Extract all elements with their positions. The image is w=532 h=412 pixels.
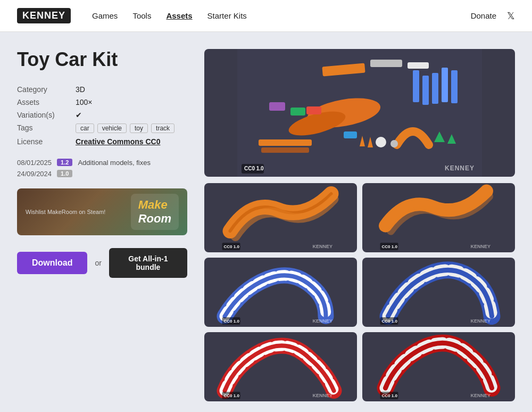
nav-right: Donate 𝕏: [471, 10, 515, 22]
button-row: Download or Get All-in-1 bundle: [17, 248, 187, 278]
promo-logo: MakeRoom: [131, 194, 179, 230]
tag-track[interactable]: track: [151, 123, 174, 133]
nav-links: Games Tools Assets Starter Kits: [92, 11, 471, 20]
svg-text:CC0 1.0: CC0 1.0: [224, 319, 240, 324]
meta-row-tags: Tags car vehicle toy track: [17, 121, 187, 135]
svg-text:KENNEY: KENNEY: [471, 393, 491, 398]
tags-container: car vehicle toy track: [76, 123, 187, 133]
category-value: 3D: [76, 83, 187, 96]
license-label: License: [17, 135, 76, 148]
svg-text:KENNEY: KENNEY: [313, 318, 333, 324]
meta-row-category: Category 3D: [17, 83, 187, 96]
svg-text:KENNEY: KENNEY: [445, 164, 475, 172]
svg-text:CC0 1.0: CC0 1.0: [224, 393, 240, 398]
svg-text:CC0 1.0: CC0 1.0: [382, 244, 398, 249]
download-button[interactable]: Download: [17, 252, 87, 274]
svg-rect-12: [290, 108, 305, 116]
license-link[interactable]: Creative Commons CC0: [76, 137, 161, 146]
tags-label: Tags: [17, 121, 76, 135]
svg-text:CC0 1.0: CC0 1.0: [382, 393, 398, 398]
meta-row-variations: Variation(s) ✔: [17, 109, 187, 121]
nav-link-assets[interactable]: Assets: [166, 11, 192, 20]
version-note-1: Additional models, fixes: [78, 159, 151, 167]
svg-rect-6: [432, 73, 438, 104]
svg-rect-5: [422, 76, 429, 105]
navigation: KENNEY Games Tools Assets Starter Kits D…: [0, 0, 532, 32]
svg-point-19: [376, 137, 386, 147]
gallery-main-image[interactable]: KENNEY CC0 1.0: [204, 49, 515, 177]
tag-car[interactable]: car: [76, 123, 94, 133]
svg-text:CC0 1.0: CC0 1.0: [224, 244, 240, 249]
version-date-1: 08/01/2025: [17, 159, 52, 167]
svg-rect-18: [261, 147, 309, 153]
meta-row-license: License Creative Commons CC0: [17, 135, 187, 148]
assets-label: Assets: [17, 96, 76, 109]
gallery-thumb-4[interactable]: KENNEY CC0 1.0: [362, 258, 515, 327]
meta-table: Category 3D Assets 100× Variation(s) ✔ T…: [17, 83, 187, 148]
bundle-button[interactable]: Get All-in-1 bundle: [109, 248, 187, 278]
tags-cell: car vehicle toy track: [76, 121, 187, 135]
svg-rect-4: [413, 70, 419, 102]
svg-text:KENNEY: KENNEY: [313, 393, 333, 398]
right-panel: KENNEY CC0 1.0 KENNEY CC0 1.0: [204, 49, 515, 401]
left-panel: Toy Car Kit Category 3D Assets 100× Vari…: [17, 49, 187, 401]
versions-list: 08/01/2025 1.2 Additional models, fixes …: [17, 159, 187, 178]
svg-rect-3: [408, 62, 429, 69]
or-text: or: [95, 259, 101, 267]
site-logo[interactable]: KENNEY: [17, 8, 71, 23]
version-row-2: 24/09/2024 1.0: [17, 170, 187, 178]
version-date-2: 24/09/2024: [17, 170, 52, 178]
svg-text:KENNEY: KENNEY: [471, 318, 491, 324]
svg-rect-17: [259, 139, 312, 146]
version-row-1: 08/01/2025 1.2 Additional models, fixes: [17, 159, 187, 167]
twitter-icon[interactable]: 𝕏: [507, 10, 515, 22]
nav-link-starter-kits[interactable]: Starter Kits: [207, 11, 247, 20]
variations-value: ✔: [76, 109, 187, 121]
gallery-thumb-3[interactable]: KENNEY CC0 1.0: [204, 258, 357, 327]
svg-rect-14: [344, 131, 357, 138]
nav-link-tools[interactable]: Tools: [132, 11, 151, 20]
meta-row-assets: Assets 100×: [17, 96, 187, 109]
version-badge-2: 1.0: [57, 170, 72, 177]
svg-point-20: [390, 140, 398, 147]
tag-toy[interactable]: toy: [130, 123, 148, 133]
svg-text:KENNEY: KENNEY: [471, 244, 491, 249]
svg-text:CC0 1.0: CC0 1.0: [244, 166, 264, 171]
main-scene-svg: KENNEY CC0 1.0: [204, 49, 515, 177]
gallery-thumb-5[interactable]: KENNEY CC0 1.0: [204, 332, 357, 401]
variations-label: Variation(s): [17, 109, 76, 121]
promo-banner[interactable]: Wishlist MakeRoom on Steam! MakeRoom: [17, 188, 187, 235]
svg-rect-11: [269, 102, 285, 111]
promo-text-area: Wishlist MakeRoom on Steam!: [26, 209, 131, 215]
license-value: Creative Commons CC0: [76, 135, 187, 148]
svg-rect-7: [442, 68, 448, 102]
nav-link-games[interactable]: Games: [92, 11, 118, 20]
version-badge-1: 1.2: [57, 159, 72, 166]
svg-rect-8: [451, 70, 458, 103]
gallery-thumb-1[interactable]: KENNEY CC0 1.0: [204, 183, 357, 252]
assets-value: 100×: [76, 96, 187, 109]
promo-small-text: Wishlist MakeRoom on Steam!: [26, 209, 131, 215]
page-title: Toy Car Kit: [17, 49, 187, 70]
svg-text:CC0 1.0: CC0 1.0: [382, 319, 398, 324]
svg-rect-2: [370, 60, 402, 67]
svg-rect-13: [306, 106, 321, 114]
gallery-grid: KENNEY CC0 1.0 KENNEY CC0 1.0: [204, 183, 515, 401]
svg-text:KENNEY: KENNEY: [313, 244, 333, 249]
main-container: Toy Car Kit Category 3D Assets 100× Vari…: [0, 32, 532, 412]
gallery-thumb-6[interactable]: KENNEY CC0 1.0: [362, 332, 515, 401]
tag-vehicle[interactable]: vehicle: [97, 123, 127, 133]
donate-link[interactable]: Donate: [471, 11, 496, 20]
category-label: Category: [17, 83, 76, 96]
gallery-thumb-2[interactable]: KENNEY CC0 1.0: [362, 183, 515, 252]
